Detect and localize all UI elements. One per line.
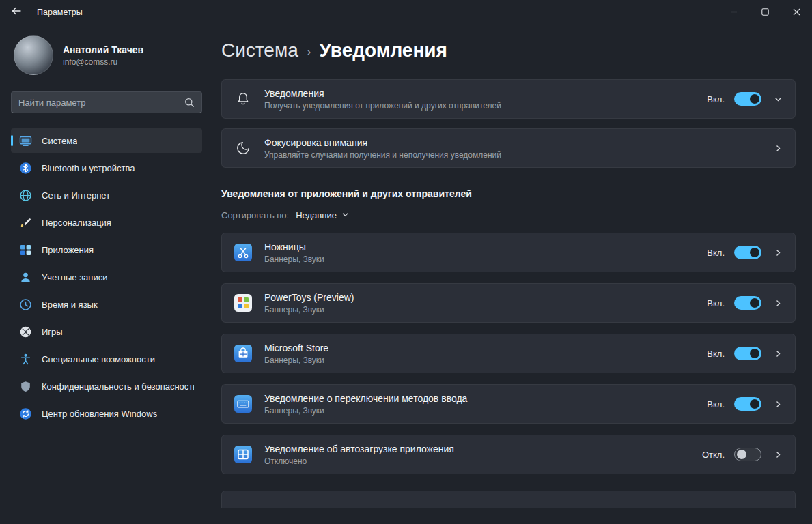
app-subtitle: Баннеры, Звуки [264,305,707,315]
system-icon [19,134,32,147]
apps-list: Ножницы Баннеры, Звуки Вкл. PowerTo [221,233,796,508]
back-button[interactable] [0,0,33,25]
chevron-right-icon[interactable] [774,400,783,409]
app-subtitle: Отключено [264,456,702,466]
window-controls [718,0,812,25]
sidebar-item-accessibility[interactable]: Специальные возможности [11,347,202,371]
app-name: PowerToys (Preview) [264,292,707,303]
chevron-down-icon [341,210,349,220]
sidebar-item-label: Система [42,136,77,146]
apps-icon [19,244,32,257]
focus-assist-card[interactable]: Фокусировка внимания Управляйте случаями… [221,128,796,168]
notifications-toggle[interactable] [734,92,761,106]
toggle-state-label: Вкл. [707,399,725,409]
minimize-button[interactable] [718,0,749,25]
sidebar-item-label: Конфиденциальность и безопасность [42,381,194,392]
notifications-setting-card[interactable]: Уведомления Получать уведомления от прил… [221,79,796,119]
app-subtitle: Баннеры, Звуки [264,254,707,264]
app-subtitle: Баннеры, Звуки [264,355,707,365]
accounts-icon [19,271,32,284]
sidebar-item-gaming[interactable]: Игры [11,319,202,344]
app-toggle[interactable] [734,296,761,310]
sort-label: Сортировать по: [221,210,289,220]
sidebar-item-privacy[interactable]: Конфиденциальность и безопасность [11,374,202,398]
user-email: info@comss.ru [63,57,143,67]
back-icon [11,5,22,19]
microsoft-store-icon [234,345,252,362]
app-notification-row[interactable]: Microsoft Store Баннеры, Звуки Вкл. [221,334,796,373]
breadcrumb-separator-icon: › [307,42,311,59]
sidebar-item-label: Персонализация [42,218,111,228]
chevron-right-icon[interactable] [774,299,783,308]
bluetooth-icon [19,162,32,175]
app-name: Microsoft Store [264,343,707,353]
maximize-icon [761,6,769,18]
setting-title: Уведомления [264,88,707,99]
app-notification-row[interactable]: PowerToys (Preview) Баннеры, Звуки Вкл. [221,283,796,323]
chevron-right-icon[interactable] [774,450,783,459]
sort-row: Сортировать по: Недавние [221,209,796,222]
app-toggle[interactable] [734,246,761,259]
sidebar-item-network[interactable]: Сеть и Интернет [11,183,202,207]
sidebar-nav: Система Bluetooth и устройства Сеть и Ин… [11,128,202,426]
sidebar-item-label: Bluetooth и устройства [42,163,135,173]
user-name: Анатолий Ткачев [63,44,143,55]
network-icon [19,189,32,202]
breadcrumb: Система › Уведомления [221,40,796,61]
chevron-right-icon[interactable] [774,349,783,358]
page-title: Уведомления [319,40,447,61]
breadcrumb-parent[interactable]: Система [221,40,298,61]
accessibility-icon [19,353,32,366]
maximize-button[interactable] [749,0,781,25]
sidebar-item-label: Сеть и Интернет [42,190,110,201]
time-language-icon [19,298,32,311]
privacy-icon [19,380,32,393]
moon-icon [234,141,252,156]
chevron-right-icon[interactable] [774,248,783,257]
snipping-tool-icon [234,244,252,261]
app-notification-row[interactable]: Ножницы Баннеры, Звуки Вкл. [221,233,796,272]
app-toggle[interactable] [734,347,761,360]
toggle-state-label: Вкл. [707,349,725,359]
personalization-icon [19,216,32,229]
sidebar-item-time-language[interactable]: Время и язык [11,292,202,317]
next-card-partial[interactable] [221,491,796,508]
close-button[interactable] [781,0,812,25]
minimize-icon [730,6,738,18]
toggle-state-label: Вкл. [707,248,725,258]
apps-section-heading: Уведомления от приложений и других отпра… [221,188,796,199]
sidebar-item-bluetooth[interactable]: Bluetooth и устройства [11,156,202,180]
main-content: Система › Уведомления Уведомления Получа… [213,25,812,524]
user-profile[interactable]: Анатолий Ткачев info@comss.ru [11,31,202,79]
window-title: Параметры [37,8,83,17]
setting-subtitle: Управляйте случаями получения и неполуче… [264,150,761,160]
toggle-state-label: Откл. [702,450,725,460]
app-notification-row[interactable]: Уведомление об автозагрузке приложения О… [221,435,796,474]
sidebar-item-label: Специальные возможности [42,354,155,364]
sort-dropdown[interactable]: Недавние [293,209,352,222]
app-notification-row[interactable]: Уведомление о переключении методов ввода… [221,384,796,424]
app-subtitle: Баннеры, Звуки [264,406,707,416]
sidebar-item-label: Время и язык [42,300,98,310]
windows-update-icon [19,407,32,420]
sidebar-item-accounts[interactable]: Учетные записи [11,265,202,289]
bell-icon [234,91,252,106]
search-box [11,91,202,113]
sidebar-item-apps[interactable]: Приложения [11,237,202,262]
sidebar-item-windows-update[interactable]: Центр обновления Windows [11,401,202,426]
chevron-down-icon[interactable] [774,95,783,104]
gaming-icon [19,325,32,338]
app-toggle[interactable] [734,397,761,411]
sidebar-item-personalization[interactable]: Персонализация [11,210,202,235]
toggle-state-label: Вкл. [707,298,725,308]
sidebar-item-label: Игры [42,327,63,337]
chevron-right-icon[interactable] [774,144,783,153]
app-name: Уведомление о переключении методов ввода [264,393,707,404]
sidebar-item-system[interactable]: Система [11,128,202,153]
input-method-icon [234,395,252,413]
app-toggle[interactable] [734,448,761,461]
close-icon [793,6,800,18]
sort-value: Недавние [296,210,337,220]
sidebar-item-label: Приложения [42,245,94,255]
search-input[interactable] [18,98,179,108]
